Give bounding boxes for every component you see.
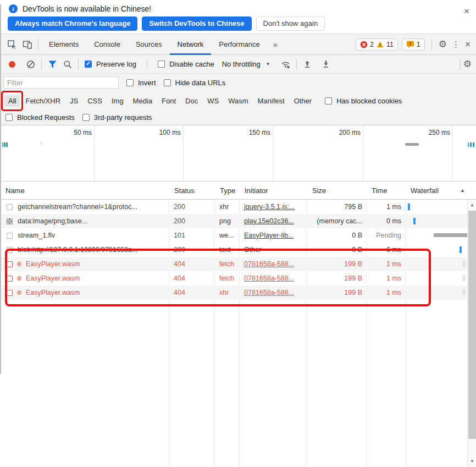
network-settings-gear-icon[interactable] [463, 58, 472, 70]
filter-funnel-icon[interactable] [45, 57, 60, 72]
switch-chinese-button[interactable]: Switch DevTools to Chinese [142, 17, 251, 31]
network-conditions-icon[interactable] [278, 57, 294, 72]
tab-sources[interactable]: Sources [128, 34, 170, 55]
third-party-checkbox[interactable] [82, 114, 90, 121]
vertical-scrollbar[interactable] [467, 200, 476, 467]
banner-close-icon[interactable] [464, 7, 469, 16]
initiator-link[interactable]: jquery-3.5.1.js:... [244, 203, 295, 211]
tab-console[interactable]: Console [86, 34, 128, 55]
settings-gear-icon[interactable] [439, 39, 447, 50]
waterfall-bar [460, 246, 462, 253]
grid-line [273, 125, 273, 181]
filter-input[interactable] [3, 76, 119, 89]
filter-pill-all[interactable]: All [4, 95, 20, 107]
tab-performance[interactable]: Performance [211, 34, 267, 55]
issue-count: 1 [417, 41, 420, 48]
preserve-log-checkbox[interactable] [85, 61, 92, 68]
filter-pill-other[interactable]: Other [290, 95, 316, 107]
throttling-dropdown[interactable]: No throttling [222, 60, 261, 68]
initiator-link[interactable]: 0781658a-588... [244, 260, 294, 268]
search-icon[interactable] [60, 57, 75, 72]
filter-pill-img[interactable]: Img [108, 95, 128, 107]
request-size: 199 B [307, 271, 366, 285]
table-row[interactable]: stream_1.flv 101 we... EasyPlayer-lib...… [0, 228, 467, 243]
more-options-icon[interactable] [451, 40, 461, 50]
filter-pill-js[interactable]: JS [66, 95, 82, 107]
preserve-log-label: Preserve log [96, 60, 136, 68]
disable-cache-checkbox[interactable] [158, 61, 165, 68]
request-status: 404 [169, 257, 214, 271]
initiator-link[interactable]: 0781658a-588... [244, 289, 294, 296]
file-icon [7, 261, 13, 267]
more-tabs-icon[interactable] [268, 40, 283, 49]
column-header-status[interactable]: Status [169, 182, 214, 199]
file-icon [7, 204, 13, 210]
blocked-requests-label: Blocked Requests [17, 113, 75, 122]
issues-badge[interactable]: 1 [402, 39, 425, 51]
blocked-requests-checkbox[interactable] [5, 114, 13, 121]
disable-cache-label: Disable cache [169, 60, 214, 68]
request-name: EasyPlayer.wasm [26, 289, 80, 296]
dont-show-again-button[interactable]: Don't show again [256, 17, 325, 31]
filter-pill-ws[interactable]: WS [203, 95, 223, 107]
request-status: 200 [169, 200, 214, 214]
table-row[interactable]: blob:http://127.0.0.1:10800/0781658a... … [0, 243, 467, 257]
filter-pill-css[interactable]: CSS [84, 95, 106, 107]
filter-pill-manifest[interactable]: Manifest [253, 95, 288, 107]
filter-pill-wasm[interactable]: Wasm [224, 95, 252, 107]
column-header-waterfall[interactable]: Waterfall [405, 182, 467, 199]
record-button[interactable] [9, 61, 15, 68]
table-row-error[interactable]: EasyPlayer.wasm 404 fetch 0781658a-588..… [0, 257, 467, 271]
initiator-link[interactable]: EasyPlayer-lib... [244, 232, 294, 239]
divider [296, 59, 297, 70]
filter-pill-fetch-xhr[interactable]: Fetch/XHR [21, 95, 64, 107]
initiator-link[interactable]: 0781658a-588... [244, 274, 294, 282]
column-header-type[interactable]: Type [214, 182, 239, 199]
filter-pill-doc[interactable]: Doc [181, 95, 202, 107]
hide-data-urls-checkbox[interactable] [164, 79, 171, 86]
scrollbar-thumb[interactable] [468, 211, 476, 439]
sort-ascending-icon[interactable] [460, 188, 465, 193]
initiator-link[interactable]: play.15e02c36... [244, 217, 294, 225]
request-size: 0 B [307, 228, 366, 243]
tab-elements[interactable]: Elements [41, 34, 86, 55]
divider [38, 39, 38, 50]
tab-network[interactable]: Network [170, 34, 212, 55]
request-status: 101 [169, 228, 214, 243]
column-header-size[interactable]: Size [307, 182, 366, 199]
match-language-button[interactable]: Always match Chrome's language [8, 17, 137, 31]
clear-icon[interactable] [23, 57, 38, 72]
import-har-icon[interactable] [300, 57, 315, 72]
invert-checkbox[interactable] [126, 79, 134, 86]
console-errors-warnings-badge[interactable]: 2 11 [356, 39, 398, 51]
device-toolbar-icon[interactable] [20, 37, 35, 52]
request-name: data:image/png;base... [18, 217, 87, 225]
close-devtools-icon[interactable] [465, 39, 471, 50]
request-status: 200 [169, 214, 214, 228]
time-tick-label: 150 ms [237, 129, 270, 136]
export-har-icon[interactable] [318, 57, 334, 72]
table-row-error[interactable]: EasyPlayer.wasm 404 fetch 0781658a-588..… [0, 271, 467, 285]
network-toolbar: Preserve log Disable cache No throttling [0, 55, 476, 74]
table-row-error[interactable]: EasyPlayer.wasm 404 xhr 0781658a-588... … [0, 285, 467, 300]
time-tick-label: 250 ms [417, 129, 450, 136]
table-row[interactable]: getchannelstream?channel=1&protoc... 200… [0, 200, 467, 214]
has-blocked-cookies-checkbox[interactable] [325, 97, 332, 105]
request-time: Pending [366, 228, 405, 243]
request-type: we... [214, 228, 239, 243]
request-time: 1 ms [366, 285, 405, 300]
column-header-initiator[interactable]: Initiator [239, 182, 307, 199]
scroll-down-icon[interactable] [468, 457, 476, 466]
filter-pill-font[interactable]: Font [158, 95, 180, 107]
request-size: 0 B [307, 243, 366, 257]
column-header-name[interactable]: Name [0, 182, 169, 199]
inspect-element-icon[interactable] [4, 37, 20, 52]
scroll-up-icon[interactable] [468, 201, 476, 210]
timeline-overview[interactable]: 50 ms 100 ms 150 ms 200 ms 250 ms [0, 125, 476, 182]
request-size: 795 B [307, 200, 366, 214]
filter-pill-media[interactable]: Media [129, 95, 156, 107]
table-row[interactable]: data:image/png;base... 200 png play.15e0… [0, 214, 467, 228]
chevron-down-icon[interactable] [266, 62, 270, 67]
third-party-label: 3rd-party requests [94, 113, 152, 122]
column-header-time[interactable]: Time [366, 182, 405, 199]
